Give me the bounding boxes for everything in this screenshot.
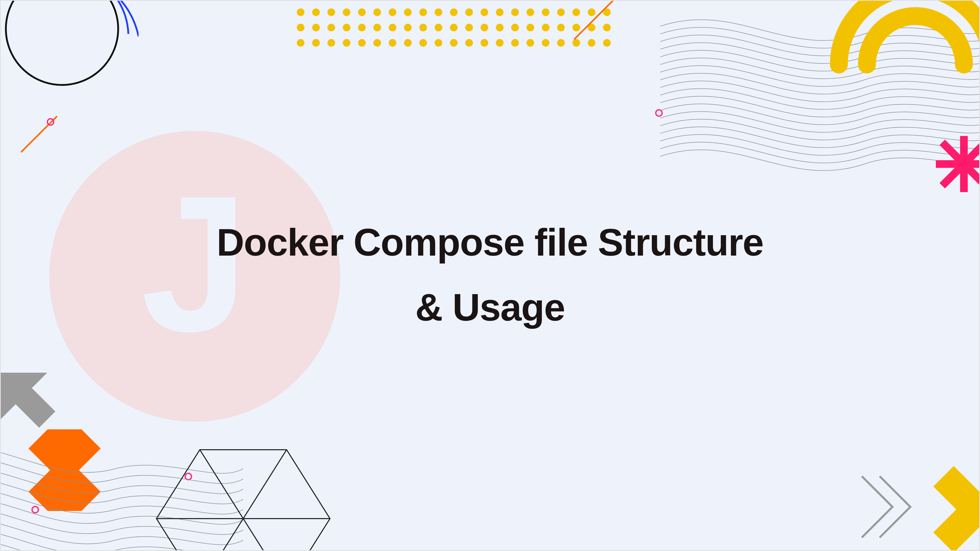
title-line-1: Docker Compose file Structure xyxy=(1,210,979,275)
svg-marker-6 xyxy=(156,450,330,551)
small-circle-icon xyxy=(655,109,663,117)
slide-title: Docker Compose file Structure & Usage xyxy=(1,210,979,340)
svg-line-11 xyxy=(200,519,243,551)
gray-chevron-icon xyxy=(0,363,57,430)
hexagon-cube-icon xyxy=(141,447,345,551)
arcs-top-left xyxy=(0,0,138,116)
dot-grid-icon xyxy=(297,8,611,47)
asterisk-icon xyxy=(936,136,980,192)
diamond-yellow-icon xyxy=(910,466,980,551)
diamond-outline-icon xyxy=(846,474,913,540)
small-circle-icon xyxy=(47,118,54,126)
svg-line-12 xyxy=(243,519,286,551)
title-line-2: & Usage xyxy=(1,275,979,340)
svg-point-0 xyxy=(6,0,118,85)
svg-line-7 xyxy=(200,450,243,519)
svg-line-8 xyxy=(243,450,286,519)
